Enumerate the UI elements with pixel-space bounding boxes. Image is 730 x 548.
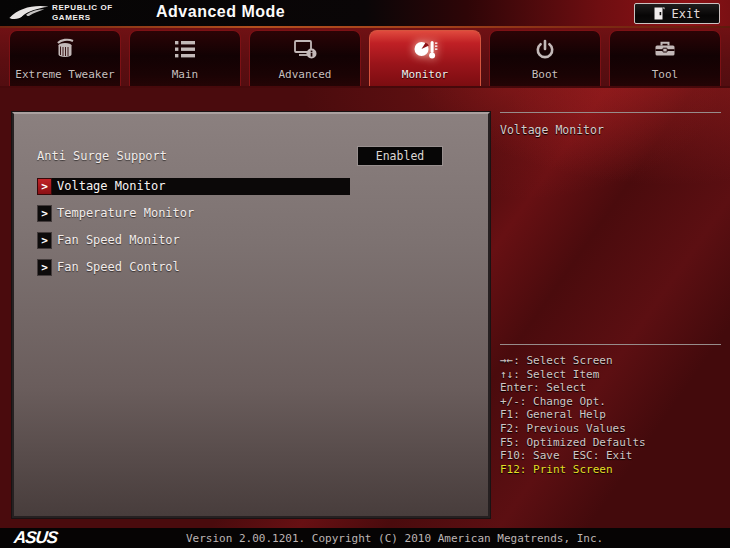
tab-label: Advanced <box>250 68 360 81</box>
setting-label: Anti Surge Support <box>37 149 167 163</box>
anti-surge-value-box[interactable]: Enabled <box>357 146 443 166</box>
tab-monitor[interactable]: Monitor <box>369 30 481 86</box>
rog-eye-logo <box>8 2 50 24</box>
submenu-arrow-icon: > <box>37 205 52 222</box>
tab-tool[interactable]: Tool <box>609 30 721 86</box>
hint-change-opt: +/-: Change Opt. <box>500 395 721 409</box>
menu-item-label: Voltage Monitor <box>52 178 165 195</box>
brand-text: REPUBLIC OF GAMERS <box>52 3 113 23</box>
hint-enter-select: Enter: Select <box>500 381 721 395</box>
tab-boot[interactable]: Boot <box>489 30 601 86</box>
submenu-arrow-icon: > <box>37 178 52 195</box>
hint-select-screen: →←: Select Screen <box>500 354 721 368</box>
bios-screen: REPUBLIC OF GAMERS Advanced Mode Exit <box>0 0 730 548</box>
help-panel: Voltage Monitor <box>500 112 721 137</box>
hint-f1-help: F1: General Help <box>500 408 721 422</box>
tab-label: Main <box>130 68 240 81</box>
page-title: Advanced Mode <box>156 3 285 21</box>
menu-item-label: Fan Speed Monitor <box>52 232 180 249</box>
submenu-arrow-icon: > <box>37 259 52 276</box>
menu-item-fan-speed-monitor[interactable]: > Fan Speed Monitor <box>37 232 180 249</box>
list-icon <box>130 36 240 64</box>
hint-f12-print-screen: F12: Print Screen <box>500 463 721 477</box>
gauge-thermometer-icon <box>370 36 480 64</box>
tab-label: Tool <box>610 68 720 81</box>
help-panel-title: Voltage Monitor <box>500 123 721 137</box>
topbar: REPUBLIC OF GAMERS Advanced Mode Exit <box>0 0 730 26</box>
power-icon <box>490 36 600 64</box>
key-hints-panel: →←: Select Screen ↑↓: Select Item Enter:… <box>500 344 721 476</box>
tab-bar: Extreme Tweaker Main <box>0 28 730 88</box>
display-info-icon <box>250 36 360 64</box>
version-text: Version 2.00.1201. Copyright (C) 2010 Am… <box>186 532 603 545</box>
exit-button[interactable]: Exit <box>634 3 720 24</box>
tab-advanced[interactable]: Advanced <box>249 30 361 86</box>
menu-item-temperature-monitor[interactable]: > Temperature Monitor <box>37 205 194 222</box>
menu-item-fan-speed-control[interactable]: > Fan Speed Control <box>37 259 180 276</box>
hint-f5-defaults: F5: Optimized Defaults <box>500 436 721 450</box>
submenu-arrow-icon: > <box>37 232 52 249</box>
tab-label: Extreme Tweaker <box>10 68 120 81</box>
menu-item-voltage-monitor[interactable]: > Voltage Monitor <box>37 178 350 195</box>
menu-item-label: Fan Speed Control <box>52 259 180 276</box>
exit-door-icon <box>654 7 665 20</box>
hint-select-item: ↑↓: Select Item <box>500 368 721 382</box>
brand-line-1: REPUBLIC OF <box>52 3 113 13</box>
hint-f10-save-esc-exit: F10: Save ESC: Exit <box>500 449 721 463</box>
asus-logo: ASUS <box>13 528 58 548</box>
footer-bar: ASUS Version 2.00.1201. Copyright (C) 20… <box>0 528 730 548</box>
tab-label: Boot <box>490 68 600 81</box>
exit-label: Exit <box>672 7 701 21</box>
brand-line-2: GAMERS <box>52 13 113 23</box>
tab-extreme-tweaker[interactable]: Extreme Tweaker <box>9 30 121 86</box>
menu-item-label: Temperature Monitor <box>52 205 194 222</box>
main-panel: Anti Surge Support Enabled > Voltage Mon… <box>12 112 490 518</box>
tab-label: Monitor <box>370 68 480 81</box>
hint-f2-previous: F2: Previous Values <box>500 422 721 436</box>
setting-row-anti-surge: Anti Surge Support Enabled <box>37 146 467 166</box>
tweaker-dial-icon <box>10 36 120 64</box>
tab-main[interactable]: Main <box>129 30 241 86</box>
toolbox-icon <box>610 36 720 64</box>
